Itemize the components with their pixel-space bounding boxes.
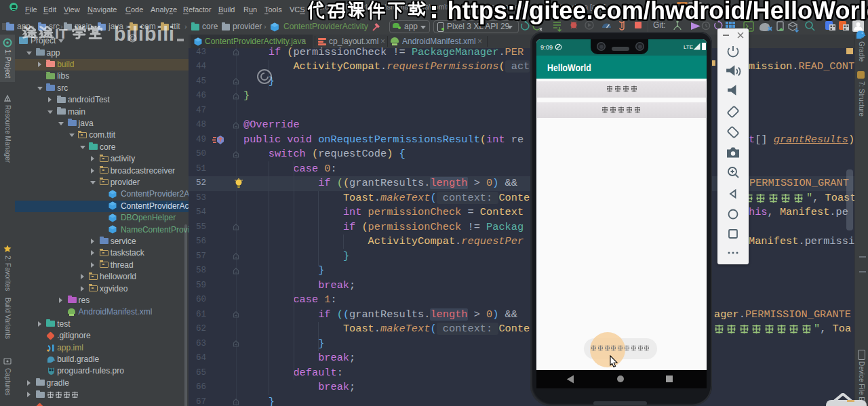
svg-text:https://gitee.com/hwdroid/Hell: https://gitee.com/hwdroid/HelloWorld: [448, 0, 868, 24]
